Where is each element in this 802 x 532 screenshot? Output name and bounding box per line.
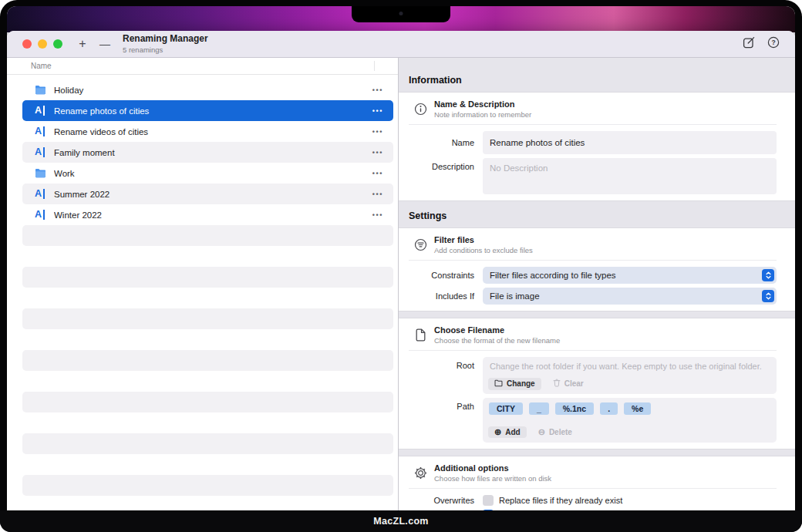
laptop-frame: + — Renaming Manager 5 renamings ?	[0, 0, 802, 532]
list-item[interactable]: A Rename photos of cities •••	[22, 100, 393, 121]
info-icon	[413, 103, 427, 116]
more-button[interactable]: •••	[372, 211, 383, 219]
root-label: Root	[409, 361, 483, 370]
empty-row	[22, 475, 393, 496]
compose-button[interactable]	[743, 36, 756, 52]
path-token[interactable]: CITY	[489, 402, 523, 415]
add-renaming-button[interactable]: +	[75, 38, 90, 50]
constraints-select[interactable]: Filter files according to file types	[483, 267, 777, 284]
includes-if-select[interactable]: File is image	[483, 288, 777, 305]
close-button[interactable]	[22, 39, 32, 49]
description-input[interactable]	[483, 158, 777, 194]
settings-section-header: Settings	[399, 201, 795, 227]
empty-row	[22, 329, 393, 350]
card-title: Additional options	[434, 463, 551, 473]
list-item[interactable]: Holiday •••	[22, 79, 393, 100]
path-token[interactable]: %.1nc	[555, 402, 594, 415]
more-button[interactable]: •••	[372, 190, 383, 198]
plus-circle-icon: ⊕	[494, 428, 501, 436]
renamings-list: Holiday ••• A Rename photos of cities ••…	[7, 75, 398, 510]
delete-token-button[interactable]: ⊖ Delete	[537, 426, 574, 438]
more-button[interactable]: •••	[372, 170, 383, 177]
empty-row	[22, 350, 393, 371]
window-title-group: Renaming Manager 5 renamings	[123, 34, 208, 54]
watermark: MacZL.com	[373, 516, 428, 527]
stepper-icon	[762, 290, 774, 302]
empty-row	[22, 412, 393, 433]
rename-icon: A	[35, 189, 48, 199]
constraints-label: Constraints	[409, 271, 483, 280]
change-button[interactable]: Change	[488, 378, 541, 390]
window-subtitle: 5 renamings	[123, 45, 208, 54]
more-button[interactable]: •••	[372, 107, 383, 115]
minimize-button[interactable]	[38, 39, 47, 49]
list-item[interactable]: A Winter 2022 •••	[22, 204, 393, 225]
empty-row	[22, 308, 393, 329]
list-item-label: Rename videos of cities	[54, 127, 372, 136]
list-item-label: Rename photos of cities	[54, 106, 372, 116]
gear-icon	[413, 466, 427, 480]
zoom-button[interactable]	[53, 39, 62, 49]
overwrites-checkbox[interactable]	[483, 495, 494, 506]
card-subtitle: Add conditions to exclude files	[434, 246, 533, 254]
includes-if-label: Includes If	[409, 291, 483, 301]
empty-row	[22, 496, 393, 510]
filter-files-card: Filter files Add conditions to exclude f…	[399, 227, 795, 311]
stepper-icon	[762, 269, 774, 281]
path-token[interactable]: .	[600, 402, 618, 415]
screen: + — Renaming Manager 5 renamings ?	[7, 6, 795, 510]
name-description-card: Name & Description Note information to r…	[399, 92, 795, 201]
empty-row	[22, 267, 393, 288]
question-mark-icon: ?	[767, 36, 780, 52]
more-button[interactable]: •••	[372, 149, 383, 157]
window-title: Renaming Manager	[123, 34, 208, 44]
list-item-label: Holiday	[54, 86, 372, 95]
path-label: Path	[409, 402, 483, 411]
empty-row	[22, 288, 393, 308]
add-token-button[interactable]: ⊕ Add	[488, 426, 527, 438]
minus-circle-icon: ⊖	[538, 428, 545, 436]
title-bar: + — Renaming Manager 5 renamings ?	[7, 31, 795, 58]
rename-icon: A	[35, 126, 48, 136]
card-subtitle: Choose how files are written on disk	[434, 474, 551, 483]
list-item[interactable]: A Family moment •••	[22, 142, 393, 163]
path-token[interactable]: _	[529, 402, 549, 415]
empty-row	[22, 392, 393, 412]
overwrites-text: Replace files if they already exist	[499, 496, 622, 505]
list-item[interactable]: Work •••	[22, 163, 393, 184]
list-item-label: Winter 2022	[54, 210, 372, 220]
information-section-header: Information	[399, 58, 795, 92]
list-item-label: Summer 2022	[54, 190, 372, 199]
notch	[352, 6, 450, 22]
card-subtitle: Choose the format of the new filename	[434, 336, 560, 345]
name-input[interactable]	[483, 131, 777, 154]
help-button[interactable]: ?	[767, 36, 780, 52]
app-window: + — Renaming Manager 5 renamings ?	[7, 31, 795, 510]
remove-renaming-button[interactable]: —	[96, 39, 113, 49]
empty-row	[22, 371, 393, 392]
column-header-name: Name	[7, 58, 398, 75]
more-button[interactable]: •••	[372, 128, 383, 136]
clear-button[interactable]: Clear	[551, 377, 585, 390]
traffic-lights	[22, 39, 62, 49]
path-tokens: CITY _ %.1nc . %e	[489, 402, 770, 415]
folder-small-icon	[494, 379, 503, 389]
path-token[interactable]: %e	[624, 402, 651, 415]
more-button[interactable]: •••	[372, 86, 383, 94]
empty-row	[22, 454, 393, 475]
path-field[interactable]: CITY _ %.1nc . %e ⊕	[483, 398, 777, 443]
svg-text:?: ?	[771, 39, 775, 46]
root-field[interactable]: Change the root folder if you want. Keep…	[483, 357, 777, 394]
rename-icon: A	[35, 106, 48, 116]
empty-row	[22, 433, 393, 454]
name-label: Name	[409, 138, 483, 147]
pencil-square-icon	[743, 36, 756, 52]
list-item[interactable]: A Rename videos of cities •••	[22, 121, 393, 142]
card-title: Filter files	[434, 235, 533, 244]
trash-icon	[553, 379, 561, 389]
list-item[interactable]: A Summer 2022 •••	[22, 184, 393, 204]
list-item-label: Family moment	[54, 148, 372, 157]
folder-icon	[35, 168, 48, 178]
folder-icon	[35, 85, 48, 95]
list-item-label: Work	[54, 169, 372, 178]
